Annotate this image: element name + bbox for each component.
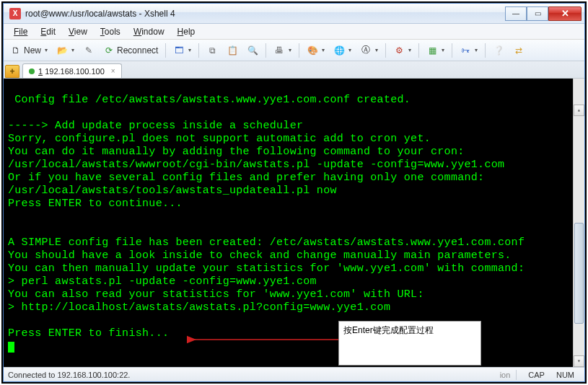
cap-indicator: CAP: [522, 371, 550, 379]
terminal-line: You can also read your statistics for 'w…: [8, 288, 424, 301]
terminal-line: Press ENTER to continue...: [8, 198, 183, 210]
help-button[interactable]: ❔: [489, 42, 508, 59]
script-icon: ⚙: [393, 45, 405, 56]
color-button[interactable]: 🎨▾: [303, 42, 328, 59]
scrollbar[interactable]: ▴ ▾: [573, 79, 584, 367]
print-button[interactable]: 🖶▾: [270, 42, 295, 59]
copy-button[interactable]: ⧉: [203, 42, 221, 59]
terminal-line: You can do it manually by adding the fol…: [8, 146, 465, 158]
app-icon: X: [9, 8, 21, 19]
properties-icon: 🗔: [173, 45, 185, 56]
status-bar: Connected to 192.168.100.100:22. ion CAP…: [4, 367, 584, 381]
terminal[interactable]: Config file /etc/awstats/awstats.www.yye…: [4, 79, 584, 367]
menu-window[interactable]: Window: [128, 25, 170, 38]
tab-close-icon[interactable]: ×: [111, 67, 115, 75]
help-icon: ❔: [493, 45, 504, 56]
toolbar: 🗋New▾ 📂▾ ✎ ⟳Reconnect 🗔▾ ⧉ 📋 🔍 🖶▾ 🎨▾ 🌐▾ …: [4, 40, 584, 61]
window-title: root@www:/usr/local/awstats - Xshell 4: [25, 9, 505, 19]
font-button[interactable]: Ⓐ▾: [356, 42, 382, 59]
globe-icon: 🌐: [333, 45, 345, 56]
close-button[interactable]: ✕: [548, 6, 582, 21]
app-window: X root@www:/usr/local/awstats - Xshell 4…: [3, 3, 585, 382]
lock-button[interactable]: 🗝▾: [456, 42, 481, 59]
maximize-button[interactable]: ▭: [527, 6, 548, 21]
grid-icon: ▦: [426, 45, 438, 56]
terminal-line: Config file /etc/awstats/awstats.www.yye…: [8, 94, 411, 106]
menu-help[interactable]: Help: [172, 25, 201, 38]
scroll-down-button[interactable]: ▾: [574, 355, 584, 367]
status-dot-icon: [29, 68, 35, 74]
paste-icon: 📋: [227, 45, 238, 56]
reconnect-button[interactable]: ⟳Reconnect: [100, 42, 162, 59]
palette-icon: 🎨: [307, 45, 318, 56]
find-button[interactable]: 🔍: [243, 42, 262, 59]
num-indicator: NUM: [550, 371, 580, 379]
lock-icon: 🗝: [460, 45, 471, 56]
folder-open-icon: 📂: [56, 45, 68, 56]
ftp-button[interactable]: ⇄: [509, 42, 528, 59]
minimize-button[interactable]: —: [505, 6, 527, 21]
terminal-line: You should have a look inside to check a…: [8, 249, 512, 262]
status-connection: Connected to 192.168.100.100:22.: [8, 371, 130, 379]
copy-icon: ⧉: [206, 45, 218, 56]
terminal-line: /usr/local/awstats/wwwroot/cgi-bin/awsta…: [8, 159, 504, 171]
session-tab[interactable]: 1 192.168.100.100 ×: [22, 63, 122, 78]
annotation-text: 按Enter键完成配置过程: [343, 325, 434, 335]
menu-edit[interactable]: Edit: [35, 25, 61, 38]
chevron-down-icon: ▾: [45, 47, 48, 53]
terminal-line: Press ENTER to finish...: [8, 327, 169, 340]
wizard-button[interactable]: ✎: [79, 42, 98, 59]
terminal-cursor: [8, 342, 14, 353]
tile-button[interactable]: ▦▾: [423, 42, 448, 59]
terminal-line: Sorry, configure.pl does not support aut…: [8, 133, 431, 145]
paste-button[interactable]: 📋: [223, 42, 242, 59]
printer-icon: 🖶: [273, 45, 285, 56]
scroll-thumb[interactable]: [574, 223, 584, 324]
tab-label: 1 192.168.100.100: [38, 67, 105, 76]
properties-button[interactable]: 🗔▾: [170, 42, 195, 59]
terminal-line: /usr/local/awstats/tools/awstats_updatea…: [8, 185, 337, 197]
transfer-icon: ⇄: [513, 45, 525, 56]
wand-icon: ✎: [83, 45, 95, 56]
menu-view[interactable]: View: [63, 25, 93, 38]
terminal-line: > perl awstats.pl -update -config=www.yy…: [8, 275, 317, 288]
reconnect-icon: ⟳: [103, 45, 115, 56]
new-button[interactable]: 🗋New▾: [6, 42, 51, 59]
scroll-up-button[interactable]: ▴: [574, 105, 584, 116]
menu-file[interactable]: File: [8, 25, 33, 38]
menubar: File Edit View Tools Window Help: [4, 24, 584, 40]
annotation-box: 按Enter键完成配置过程: [338, 321, 481, 366]
search-icon: 🔍: [247, 45, 258, 56]
status-fragment: ion: [500, 371, 511, 379]
new-icon: 🗋: [10, 45, 22, 56]
chevron-down-icon: ▾: [71, 47, 74, 53]
menu-tools[interactable]: Tools: [95, 25, 126, 38]
tab-bar: + 1 192.168.100.100 ×: [4, 61, 584, 79]
terminal-line: You can then manually update your statis…: [8, 262, 525, 275]
font-icon: Ⓐ: [360, 45, 372, 56]
add-tab-button[interactable]: +: [5, 65, 19, 78]
terminal-line: > http://localhost/awstats/awstats.pl?co…: [8, 301, 390, 314]
open-button[interactable]: 📂▾: [53, 42, 78, 59]
encode-button[interactable]: 🌐▾: [330, 42, 355, 59]
script-button[interactable]: ⚙▾: [390, 42, 415, 59]
terminal-line: Or if you have several config files and …: [8, 172, 484, 184]
terminal-line: A SIMPLE config file has been created: /…: [8, 236, 525, 249]
titlebar[interactable]: X root@www:/usr/local/awstats - Xshell 4…: [4, 4, 584, 24]
terminal-line: -----> Add update process inside a sched…: [8, 120, 303, 132]
